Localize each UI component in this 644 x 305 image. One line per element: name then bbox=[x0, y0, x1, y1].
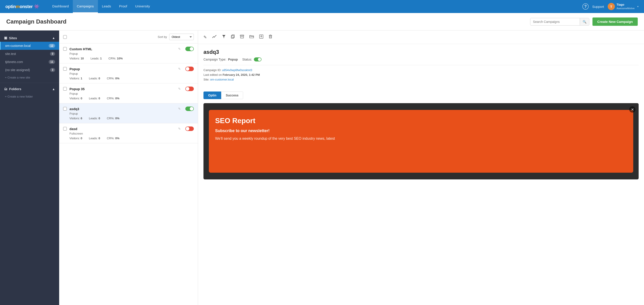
site-link[interactable]: om-customer.local bbox=[210, 78, 234, 81]
campaign-checkbox-custom-html[interactable] bbox=[63, 47, 67, 51]
campaign-id-row: Campaign ID: u854v0wp6fw0sosktvt3 bbox=[204, 68, 638, 72]
preview-close-icon[interactable]: ✕ bbox=[629, 106, 636, 113]
campaign-name-dasd: dasd bbox=[70, 127, 176, 131]
top-navigation: optinmonster 👾 Dashboard Campaigns Leads… bbox=[0, 0, 644, 13]
preview-subtitle: Subscribe to our newsletter! bbox=[215, 129, 627, 133]
svg-marker-0 bbox=[222, 35, 226, 38]
create-site-link[interactable]: + Create a new site bbox=[0, 74, 59, 81]
campaign-toggle-popup-35[interactable] bbox=[185, 87, 194, 91]
campaign-checkbox-asdq3[interactable] bbox=[63, 107, 67, 111]
campaign-toggle-asdq3[interactable] bbox=[185, 107, 194, 111]
campaign-id-link[interactable]: u854v0wp6fw0sosktvt3 bbox=[222, 68, 252, 72]
site-badge-site-test: 0 bbox=[50, 52, 55, 56]
site-row: Site: om-customer.local bbox=[204, 78, 638, 81]
campaign-name-popup-35: Popup 35 bbox=[70, 87, 176, 91]
folders-label: Folders bbox=[9, 87, 52, 91]
campaign-edit-icon-asdq3[interactable]: ✎ bbox=[178, 107, 181, 111]
folders-section-header[interactable]: 🗂 Folders ▲ bbox=[0, 85, 59, 93]
select-all-checkbox[interactable] bbox=[63, 35, 67, 39]
page-header: Campaign Dashboard 🔍 Create New Campaign bbox=[0, 13, 644, 31]
campaign-stats-dasd: Visitors: 0 Leads: 0 CR%: 0% bbox=[70, 137, 194, 140]
detail-divider bbox=[204, 65, 638, 65]
archive-icon[interactable] bbox=[239, 34, 245, 40]
campaign-type-popup-35: Popup bbox=[70, 92, 194, 95]
create-campaign-button[interactable]: Create New Campaign bbox=[592, 18, 638, 26]
tab-success[interactable]: Success bbox=[221, 92, 243, 99]
campaign-type-label: Campaign Type: bbox=[204, 58, 226, 61]
campaign-item-custom-html[interactable]: Custom HTML ✎ Popup Visitors: 10 Leads: … bbox=[59, 44, 198, 64]
detail-panel: ✎ bbox=[198, 31, 644, 305]
content-area: Sort by Oldest Newest Name A-Z Name Z-A … bbox=[59, 31, 644, 305]
campaign-item-popup-35[interactable]: Popup 35 ✎ Popup Visitors: 0 Leads: 0 CR… bbox=[59, 83, 198, 103]
status-toggle[interactable] bbox=[254, 57, 262, 62]
export-icon[interactable] bbox=[258, 34, 264, 41]
detail-info: asdq3 Campaign Type: Popup Status: Campa… bbox=[198, 44, 644, 88]
folder-open-icon[interactable] bbox=[248, 34, 255, 40]
site-badge-om-customer: 12 bbox=[48, 44, 55, 48]
delete-icon[interactable] bbox=[268, 34, 273, 41]
campaign-checkbox-dasd[interactable] bbox=[63, 127, 67, 131]
preview-title: SEO Report bbox=[215, 117, 627, 125]
detail-campaign-name: asdq3 bbox=[204, 49, 638, 55]
logo-text: optinmonster 👾 bbox=[6, 4, 39, 9]
user-chevron-icon: ▾ bbox=[637, 5, 638, 8]
sidebar-divider bbox=[0, 83, 59, 83]
campaign-type-value: Popup bbox=[228, 58, 238, 61]
sidebar: ▣ Sites ▲ om-customer.local 12 site.test… bbox=[0, 31, 59, 305]
campaign-toggle-popup[interactable] bbox=[185, 67, 194, 71]
page-title: Campaign Dashboard bbox=[6, 18, 530, 25]
avatar: T bbox=[608, 3, 615, 10]
user-menu[interactable]: T Tiago AwesomeMotive ▾ bbox=[608, 3, 639, 10]
create-folder-link[interactable]: + Create a new folder bbox=[0, 93, 59, 100]
campaign-checkbox-popup[interactable] bbox=[63, 67, 67, 71]
nav-campaigns[interactable]: Campaigns bbox=[73, 0, 98, 13]
campaign-edit-icon-popup-35[interactable]: ✎ bbox=[178, 87, 181, 91]
campaign-type-custom-html: Popup bbox=[70, 52, 194, 55]
campaign-edit-icon-popup[interactable]: ✎ bbox=[178, 67, 181, 71]
campaign-toggle-dasd[interactable] bbox=[185, 127, 194, 131]
nav-right: ? Support T Tiago AwesomeMotive ▾ bbox=[582, 3, 638, 10]
sidebar-item-no-site[interactable]: (no site assigned) 3 bbox=[0, 66, 59, 74]
campaign-name-popup: Popup bbox=[70, 67, 176, 71]
nav-links: Dashboard Campaigns Leads Proof Universi… bbox=[48, 0, 582, 13]
logo[interactable]: optinmonster 👾 bbox=[6, 4, 39, 9]
nav-leads[interactable]: Leads bbox=[98, 0, 115, 13]
campaign-type-asdq3: Popup bbox=[70, 112, 194, 115]
analytics-icon[interactable] bbox=[211, 34, 218, 40]
svg-rect-1 bbox=[232, 35, 234, 38]
sites-chevron-icon: ▲ bbox=[52, 36, 55, 40]
campaign-type-dasd: Fullscreen bbox=[70, 132, 194, 135]
campaign-checkbox-popup-35[interactable] bbox=[63, 87, 67, 91]
support-link[interactable]: Support bbox=[592, 5, 604, 9]
campaign-stats-popup-35: Visitors: 0 Leads: 0 CR%: 0% bbox=[70, 97, 194, 100]
folders-chevron-icon: ▲ bbox=[52, 87, 55, 91]
campaign-item-dasd[interactable]: dasd ✎ Fullscreen Visitors: 0 Leads: 0 C… bbox=[59, 123, 198, 143]
site-badge-no-site: 3 bbox=[50, 68, 55, 72]
sites-section-header[interactable]: ▣ Sites ▲ bbox=[0, 34, 59, 42]
filter-icon[interactable] bbox=[221, 34, 226, 40]
sidebar-item-site-test[interactable]: site.test 0 bbox=[0, 50, 59, 58]
search-button[interactable]: 🔍 bbox=[580, 18, 589, 25]
campaign-edit-icon-dasd[interactable]: ✎ bbox=[178, 127, 181, 131]
detail-toolbar: ✎ bbox=[198, 31, 644, 44]
tab-optin[interactable]: Optin bbox=[204, 92, 221, 99]
sidebar-item-tjdsneto[interactable]: tjdsneto.com 11 bbox=[0, 58, 59, 66]
campaign-edit-icon-custom-html[interactable]: ✎ bbox=[178, 47, 181, 51]
username: Tiago AwesomeMotive bbox=[617, 3, 635, 10]
sort-select[interactable]: Oldest Newest Name A-Z Name Z-A bbox=[169, 34, 194, 40]
svg-rect-4 bbox=[240, 36, 244, 38]
edit-icon[interactable]: ✎ bbox=[202, 34, 208, 41]
campaign-name-custom-html: Custom HTML bbox=[70, 47, 176, 51]
nav-university[interactable]: University bbox=[131, 0, 154, 13]
nav-proof[interactable]: Proof bbox=[115, 0, 131, 13]
campaign-item-asdq3[interactable]: asdq3 ✎ Popup Visitors: 6 Leads: 0 CR%: … bbox=[59, 103, 198, 123]
nav-dashboard[interactable]: Dashboard bbox=[48, 0, 72, 13]
campaign-stats-asdq3: Visitors: 6 Leads: 0 CR%: 0% bbox=[70, 117, 194, 120]
campaign-toggle-custom-html[interactable] bbox=[185, 47, 194, 51]
copy-icon[interactable] bbox=[230, 34, 236, 41]
campaign-item-popup[interactable]: Popup ✎ Popup Visitors: 1 Leads: 0 CR%: … bbox=[59, 64, 198, 83]
help-button[interactable]: ? bbox=[582, 3, 589, 10]
sidebar-item-om-customer[interactable]: om-customer.local 12 bbox=[0, 42, 59, 50]
search-input[interactable] bbox=[530, 18, 580, 25]
detail-tabs: Optin Success bbox=[204, 92, 638, 99]
